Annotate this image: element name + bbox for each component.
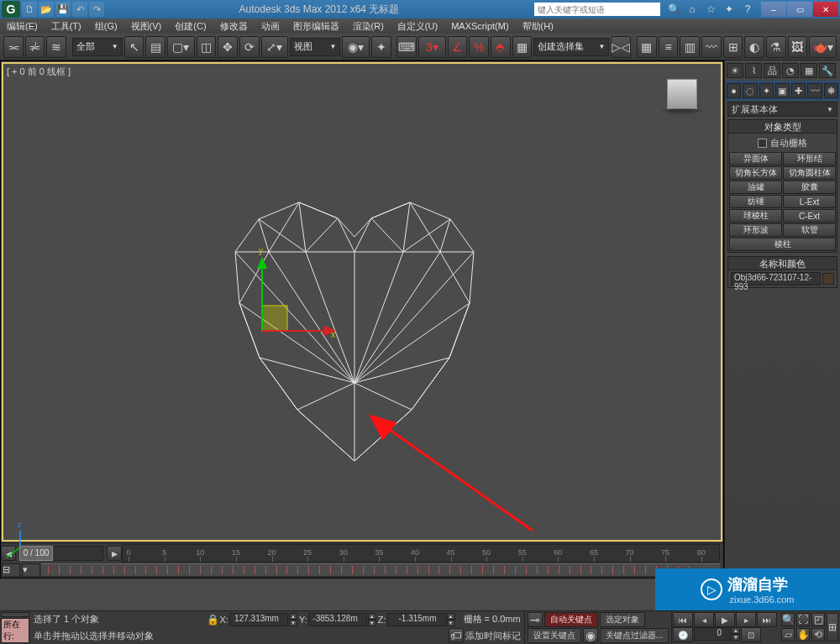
help-icon[interactable]: ? [741, 3, 754, 16]
select-rotate-icon[interactable]: ⟳ [239, 36, 260, 58]
schematic-view-icon[interactable]: ⊞ [723, 36, 743, 58]
primitive-category-combo[interactable]: 扩展基本体▼ [727, 102, 837, 117]
coord-y-spinner[interactable]: ▲▼ [368, 613, 376, 626]
create-chamferbox-button[interactable]: 切角长方体 [729, 166, 782, 180]
select-scale-icon[interactable]: ⤢▾ [261, 36, 289, 58]
cp-motion-icon[interactable]: ◔ [782, 63, 799, 78]
infocenter-search-icon[interactable]: 🔍 [667, 3, 680, 16]
cp-create-icon[interactable]: ☀ [727, 63, 743, 78]
rendered-frame-icon[interactable]: 🖼 [788, 36, 808, 58]
selection-filter-combo[interactable]: 全部▼ [72, 38, 123, 56]
minimize-button[interactable]: – [761, 2, 786, 17]
pivot-center-icon[interactable]: ◉▾ [342, 36, 370, 58]
close-button[interactable]: ✕ [813, 2, 838, 17]
cp-lights-icon[interactable]: ✦ [759, 83, 774, 98]
create-oiltank-button[interactable]: 油罐 [729, 181, 782, 194]
qat-save-icon[interactable]: 💾 [55, 2, 71, 17]
timeconfig-icon[interactable]: 🕘 [673, 627, 693, 642]
render-production-icon[interactable]: 🫖▾ [809, 36, 837, 58]
select-object-icon[interactable]: ↖ [124, 36, 144, 58]
create-hedra-button[interactable]: 异面体 [729, 152, 782, 165]
viewcube[interactable] [667, 79, 697, 109]
zoom-all-icon[interactable]: ⛶ [796, 613, 810, 626]
angle-snap-icon[interactable]: ∠ [448, 36, 468, 58]
viewport-front[interactable]: [ + 0 前 0 线框 ] [2, 62, 722, 542]
edit-selection-set-icon[interactable]: ▦ [512, 36, 533, 58]
cp-display-icon[interactable]: ▦ [801, 63, 817, 78]
align-icon[interactable]: ▦ [637, 36, 657, 58]
object-name-input[interactable]: Obj3d66-723107-12-993 [731, 272, 821, 285]
rollout-header[interactable]: 名称和颜色 [728, 257, 837, 270]
snap-toggle-icon[interactable]: 3▾ [418, 36, 446, 58]
menu-view[interactable]: 视图(V) [124, 20, 169, 33]
create-hose-button[interactable]: 软管 [783, 223, 836, 237]
rollout-header[interactable]: 对象类型 [728, 120, 837, 134]
create-lext-button[interactable]: L-Ext [783, 195, 836, 208]
cp-modify-icon[interactable]: ⌇ [745, 63, 762, 78]
viewport-label[interactable]: [ + 0 前 0 线框 ] [7, 65, 71, 78]
zoom-extents-icon[interactable]: ◰ [811, 613, 825, 626]
qat-new-icon[interactable]: 🗋 [22, 2, 37, 17]
next-frame-icon[interactable]: ▸ [736, 612, 756, 627]
select-move-icon[interactable]: ✥ [218, 36, 238, 58]
menu-animation[interactable]: 动画 [255, 20, 286, 33]
coord-y-input[interactable]: -3853.128m [308, 613, 367, 626]
menu-edit[interactable]: 编辑(E) [0, 20, 45, 33]
named-selset-combo[interactable]: 创建选择集▼ [533, 38, 609, 56]
qat-open-icon[interactable]: 📂 [39, 2, 54, 17]
keyfilters-button[interactable]: 关键点过滤器... [600, 628, 669, 643]
timetag-icon[interactable]: 🏷 [449, 628, 464, 643]
percent-snap-icon[interactable]: % [469, 36, 489, 58]
coord-z-input[interactable]: -1.315mm [387, 613, 446, 626]
current-frame-spinner[interactable]: ▲▼ [732, 627, 740, 641]
material-editor-icon[interactable]: ◐ [744, 36, 764, 58]
qat-undo-icon[interactable]: ↶ [72, 2, 87, 17]
object-color-swatch[interactable] [822, 273, 834, 285]
prompt-current-line[interactable]: 所在行: [1, 618, 29, 643]
autogrid-checkbox[interactable] [758, 139, 767, 148]
play-icon[interactable]: ▶ [715, 612, 735, 627]
menu-rendering[interactable]: 渲染(R) [346, 20, 391, 33]
create-ringwave-button[interactable]: 环形波 [729, 223, 782, 237]
maximize-viewport-icon[interactable]: ⊞ [827, 613, 838, 641]
trackbar-filter-icon[interactable]: ▾ [22, 563, 40, 577]
menu-maxscript[interactable]: MAXScript(M) [444, 21, 515, 31]
cp-geometry-icon[interactable]: ● [727, 83, 741, 98]
menu-customize[interactable]: 自定义(U) [391, 20, 444, 33]
keyfilter-selset[interactable]: 选定对象 [600, 612, 645, 627]
cp-helpers-icon[interactable]: ✚ [791, 83, 806, 98]
trackbar[interactable] [41, 563, 720, 577]
keyboard-shortcut-icon[interactable]: ⌨ [396, 36, 417, 58]
cp-systems-icon[interactable]: ❋ [824, 83, 838, 98]
menu-tools[interactable]: 工具(T) [45, 20, 88, 33]
menu-modifiers[interactable]: 修改器 [213, 20, 255, 33]
coord-x-input[interactable]: 127.313mm [229, 613, 288, 626]
script-mini-listener[interactable] [1, 612, 29, 617]
timeline-next-icon[interactable]: ▸ [107, 546, 122, 561]
qat-redo-icon[interactable]: ↷ [89, 2, 104, 17]
window-crossing-icon[interactable]: ◫ [197, 36, 217, 58]
menu-help[interactable]: 帮助(H) [516, 20, 560, 33]
manipulate-icon[interactable]: ✦ [371, 36, 391, 58]
favorites-icon[interactable]: ✦ [722, 3, 736, 16]
create-chamfercyl-button[interactable]: 切角圆柱体 [783, 166, 836, 180]
cp-cameras-icon[interactable]: ▣ [775, 83, 790, 98]
setkey-button[interactable]: 设置关键点 [528, 628, 581, 643]
render-setup-icon[interactable]: ⚗ [766, 36, 786, 58]
add-time-tag[interactable]: 添加时间标记 [465, 630, 521, 642]
isolate-icon[interactable]: ⊡ [741, 627, 761, 642]
pan-icon[interactable]: ✋ [796, 628, 810, 641]
layers-icon[interactable]: ≡ [659, 36, 679, 58]
unlink-icon[interactable]: ⫘̸ [25, 36, 45, 58]
create-spindle-button[interactable]: 纺锤 [729, 195, 782, 208]
menu-grapheditors[interactable]: 图形编辑器 [286, 20, 346, 33]
link-icon[interactable]: ⫘ [3, 36, 24, 58]
select-region-icon[interactable]: ▢▾ [167, 36, 195, 58]
cp-spacewarps-icon[interactable]: 〰 [807, 83, 822, 98]
subscription-icon[interactable]: ⌂ [685, 3, 699, 16]
spinner-snap-icon[interactable]: ⬘ [491, 36, 511, 58]
graphite-ribbon-icon[interactable]: ▥ [680, 36, 700, 58]
goto-start-icon[interactable]: ⏮ [673, 612, 693, 627]
prev-frame-icon[interactable]: ◂ [694, 612, 714, 627]
cp-shapes-icon[interactable]: ◌ [743, 83, 757, 98]
